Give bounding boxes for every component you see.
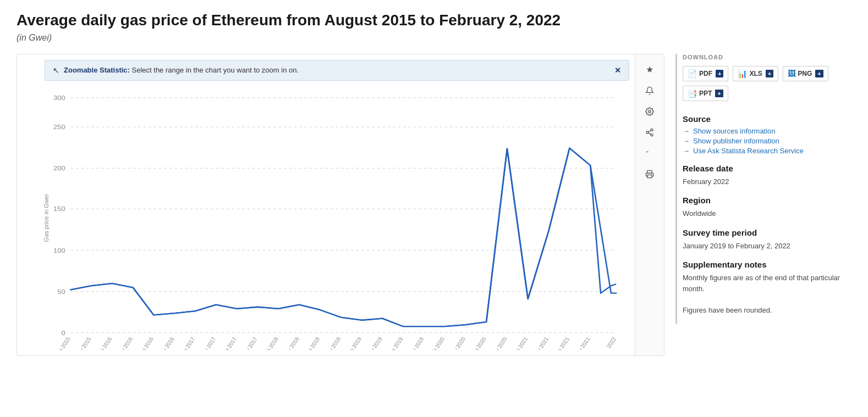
right-panel: DOWNLOAD 📄 PDF + 📊 XLS + 🖼 PNG — [675, 54, 851, 325]
arrow-icon-3: → — [683, 147, 690, 155]
region-section: Region Worldwide — [683, 196, 846, 219]
zoom-bold: Zoomable Statistic: — [64, 66, 130, 74]
print-button[interactable] — [640, 164, 660, 184]
svg-rect-49 — [647, 175, 652, 177]
zoom-banner-text: Zoomable Statistic: Select the range in … — [64, 66, 299, 74]
chart-sidebar-icons: ★ — [635, 54, 664, 355]
pdf-label: PDF — [699, 70, 712, 77]
zoom-icon: ↖ — [53, 66, 59, 75]
xls-label: XLS — [749, 70, 762, 77]
supplementary-notes-heading: Supplementary notes — [683, 260, 846, 269]
chart-line-svg — [45, 86, 629, 350]
region-value: Worldwide — [683, 208, 846, 219]
svg-point-44 — [646, 131, 649, 134]
show-publisher-link[interactable]: → Show publisher information — [683, 137, 846, 145]
show-sources-label: Show sources information — [693, 127, 776, 135]
supplementary-notes-section: Supplementary notes Monthly figures are … — [683, 260, 846, 315]
share-button[interactable] — [640, 123, 660, 142]
bell-button[interactable] — [640, 81, 660, 101]
zoom-close-button[interactable]: ✕ — [614, 66, 621, 75]
pdf-icon: 📄 — [688, 69, 697, 78]
png-label: PNG — [798, 70, 812, 77]
xls-icon: 📊 — [738, 69, 747, 78]
show-sources-link[interactable]: → Show sources information — [683, 127, 846, 135]
ppt-plus: + — [715, 90, 723, 97]
png-plus: + — [815, 70, 823, 77]
chart-wrapper[interactable]: Gas price in Gwei .grid-line { stroke: #… — [45, 86, 629, 350]
source-section: Source → Show sources information → Show… — [683, 114, 846, 155]
arrow-icon-2: → — [683, 137, 690, 145]
star-button[interactable]: ★ — [640, 60, 660, 80]
page-title: Average daily gas price of Ethereum from… — [17, 11, 851, 30]
svg-point-42 — [649, 110, 651, 113]
region-heading: Region — [683, 196, 846, 205]
download-buttons: 📄 PDF + 📊 XLS + 🖼 PNG + — [683, 66, 846, 101]
release-date-section: Release date February 2022 — [683, 164, 846, 187]
chart-section: ↖ Zoomable Statistic: Select the range i… — [17, 54, 664, 356]
chart-area: ↖ Zoomable Statistic: Select the range i… — [17, 54, 635, 355]
png-icon: 🖼 — [788, 69, 795, 78]
survey-time-period-heading: Survey time period — [683, 228, 846, 237]
svg-point-45 — [651, 134, 653, 136]
page-subtitle: (in Gwei) — [17, 33, 851, 43]
ask-statista-label: Use Ask Statista Research Service — [693, 147, 804, 155]
svg-text:": " — [646, 149, 649, 157]
cite-button[interactable]: " — [640, 143, 660, 163]
pdf-plus: + — [716, 70, 723, 77]
zoom-banner: ↖ Zoomable Statistic: Select the range i… — [45, 60, 629, 81]
download-xls-button[interactable]: 📊 XLS + — [733, 66, 778, 81]
show-publisher-label: Show publisher information — [693, 137, 779, 145]
download-ppt-button[interactable]: 📑 PPT + — [683, 86, 728, 101]
svg-line-47 — [649, 130, 651, 132]
ppt-label: PPT — [699, 90, 712, 97]
xls-plus: + — [766, 70, 773, 77]
ask-statista-link[interactable]: → Use Ask Statista Research Service — [683, 147, 846, 155]
settings-button[interactable] — [640, 102, 660, 121]
source-heading: Source — [683, 114, 846, 124]
zoom-desc: Select the range in the chart you want t… — [130, 66, 299, 74]
download-pdf-button[interactable]: 📄 PDF + — [683, 66, 728, 81]
arrow-icon-1: → — [683, 127, 690, 135]
download-png-button[interactable]: 🖼 PNG + — [783, 66, 828, 81]
ppt-icon: 📑 — [688, 89, 697, 98]
svg-rect-41 — [70, 86, 616, 333]
svg-line-46 — [649, 133, 651, 135]
download-section: DOWNLOAD 📄 PDF + 📊 XLS + 🖼 PNG — [683, 54, 846, 101]
release-date-value: February 2022 — [683, 176, 846, 187]
download-label: DOWNLOAD — [683, 54, 846, 60]
release-date-heading: Release date — [683, 164, 846, 173]
svg-point-43 — [651, 129, 653, 131]
survey-time-period-value: January 2019 to February 2, 2022 — [683, 241, 846, 252]
supplementary-notes-value: Monthly figures are as of the end of tha… — [683, 273, 846, 315]
survey-time-period-section: Survey time period January 2019 to Febru… — [683, 228, 846, 252]
